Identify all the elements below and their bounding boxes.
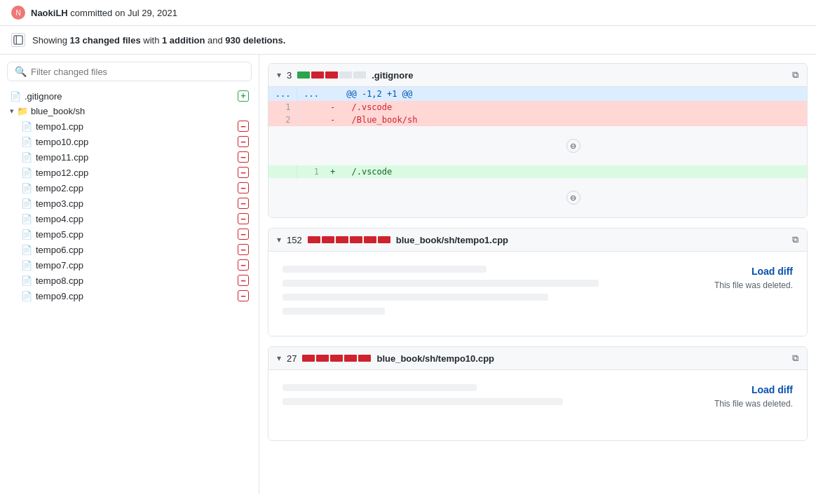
line-prefix: - [325,114,341,126]
list-item[interactable]: 📄 tempo2.cpp − [6,180,253,196]
list-item[interactable]: 📄 tempo3.cpp − [6,196,253,211]
file-name: tempo4.cpp [36,214,234,224]
list-item[interactable]: 📄 tempo7.cpp − [6,257,253,273]
diff-block: ▾ 3 .gitignore ⧉ ... ... [268,63,808,218]
bar-segment-del [311,71,324,79]
diff-filename: blue_book/sh/tempo10.cpp [376,353,787,364]
bar-segment-del [344,355,357,362]
bar-segment-del [330,355,343,362]
folder-icon: 📁 [17,106,28,116]
file-name: tempo5.cpp [36,229,234,240]
addition-count: 1 [162,35,167,46]
line-num-new: 1 [297,165,325,178]
diff-table: ... ... @@ -1,2 +1 @@ 1 - /.vscode 2 [268,87,807,217]
file-name: .gitignore [25,91,234,102]
search-input[interactable] [31,67,244,77]
list-item[interactable]: 📄 tempo8.cpp − [6,273,253,288]
file-icon: 📄 [21,260,32,271]
load-diff-area: Load diff This file was deleted. [268,370,807,440]
removed-badge: − [238,121,249,132]
changed-label: changed files [83,35,141,46]
file-icon: 📄 [21,198,32,209]
line-prefix: - [325,101,341,114]
list-item[interactable]: 📄 tempo1.cpp − [6,118,253,134]
removed-badge: − [238,290,249,301]
diff-bar [302,355,371,362]
bar-segment-add [297,71,310,79]
line-num-old: 2 [268,114,297,126]
file-name: tempo7.cpp [36,260,234,271]
expand-circle-icon[interactable]: ⊖ [566,139,580,153]
main-layout: 🔍 📄 .gitignore + ▾ 📁 blue_book/sh 📄 temp… [0,55,816,494]
file-icon: 📄 [21,121,32,132]
line-num-old [268,165,297,178]
file-name: tempo2.cpp [36,183,234,193]
diff-bar [297,71,366,79]
hunk-header-row: ... ... @@ -1,2 +1 @@ [268,87,807,101]
avatar: N [11,6,25,20]
copy-icon[interactable]: ⧉ [792,234,798,245]
chevron-down-icon: ▾ [10,107,14,116]
addition-label: addition [170,35,205,46]
list-item[interactable]: 📄 tempo9.cpp − [6,288,253,304]
file-name: tempo6.cpp [36,245,234,255]
list-item[interactable]: 📄 tempo12.cpp − [6,165,253,180]
expand-collapse-icon[interactable]: ▾ [277,235,281,245]
removed-badge: − [238,259,249,271]
expand-row: ⊖ [268,178,807,217]
copy-icon[interactable]: ⧉ [792,353,798,364]
expand-collapse-icon[interactable]: ▾ [277,70,281,80]
load-diff-action: Load diff This file was deleted. [714,384,793,409]
deleted-line: 1 - /.vscode [268,101,807,114]
file-name: tempo12.cpp [36,168,234,178]
line-num-old: 1 [268,101,297,114]
load-diff-button[interactable]: Load diff [714,266,793,277]
file-name: tempo10.cpp [36,137,234,147]
changed-count: 13 [69,35,79,46]
list-item[interactable]: 📄 tempo6.cpp − [6,242,253,257]
list-item[interactable]: 📄 .gitignore + [6,88,253,104]
load-diff-hint: This file was deleted. [714,280,793,290]
line-num-old: ... [268,87,297,101]
line-prefix [325,87,341,101]
line-num-new [297,101,325,114]
removed-badge: − [238,167,249,178]
folder-row[interactable]: ▾ 📁 blue_book/sh [6,104,253,118]
list-item[interactable]: 📄 tempo4.cpp − [6,211,253,226]
file-icon: 📄 [21,152,32,163]
deletion-count: 930 [225,35,240,46]
bar-segment-neutral [353,71,366,79]
list-item[interactable]: 📄 tempo5.cpp − [6,226,253,242]
removed-badge: − [238,151,249,163]
search-icon: 🔍 [15,66,27,77]
bar-segment-del [322,236,334,243]
load-diff-button[interactable]: Load diff [714,384,793,395]
deleted-line: 2 - /Blue_book/sh [268,114,807,126]
bar-segment-del [308,236,320,243]
removed-badge: − [238,244,249,255]
skeleton [283,266,487,273]
diff-filename: blue_book/sh/tempo1.cpp [396,235,787,245]
diff-filename: .gitignore [372,70,787,81]
search-box[interactable]: 🔍 [7,62,252,81]
diff-bar [308,236,390,243]
copy-icon[interactable]: ⧉ [792,69,798,81]
added-line: 1 + /.vscode [268,165,807,178]
diff-panel: ▾ 3 .gitignore ⧉ ... ... [259,55,816,494]
line-content: /.vscode [341,165,807,178]
bar-segment-del [316,355,329,362]
list-item[interactable]: 📄 tempo11.cpp − [6,149,253,165]
removed-badge: − [238,213,249,224]
expand-collapse-icon[interactable]: ▾ [277,353,281,363]
diff-header: ▾ 27 blue_book/sh/tempo10.cpp ⧉ [268,347,807,370]
commit-user: NaokiLH [31,8,68,18]
list-item[interactable]: 📄 tempo10.cpp − [6,134,253,149]
file-icon: 📄 [21,275,32,286]
expand-circle-icon[interactable]: ⊖ [566,191,580,205]
svg-rect-0 [14,36,22,44]
toggle-sidebar-button[interactable] [11,33,25,47]
hunk-info: @@ -1,2 +1 @@ [341,87,807,101]
commit-date: Jul 29, 2021 [128,8,177,18]
diff-header: ▾ 3 .gitignore ⧉ [268,64,807,87]
file-name: tempo3.cpp [36,198,234,209]
